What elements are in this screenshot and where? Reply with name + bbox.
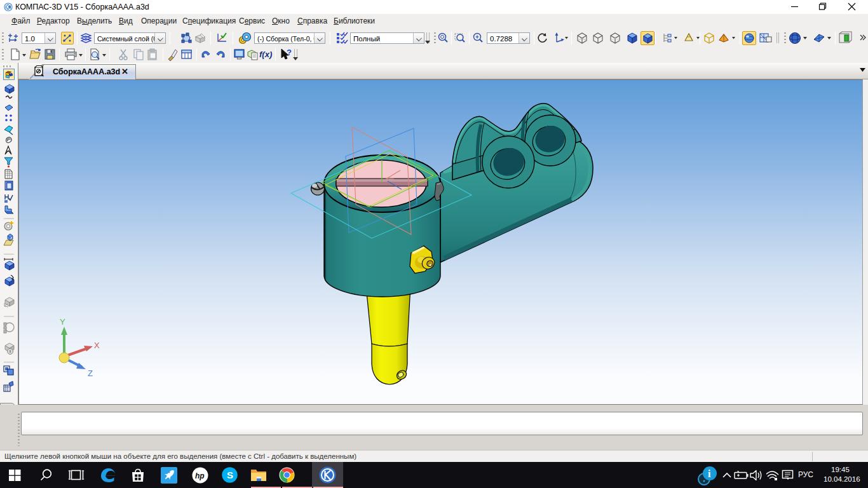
svg-text:hp: hp [195,471,205,480]
svg-text:?: ? [287,48,292,57]
svg-text:Y: Y [60,317,65,327]
svg-text:Z: Z [88,369,93,378]
svg-text:S: S [227,470,233,480]
svg-text:X: X [94,341,100,350]
svg-text:i: i [708,468,711,479]
